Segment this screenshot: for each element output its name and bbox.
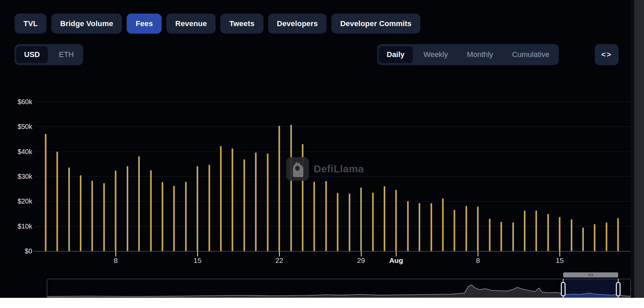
y-axis-label: $20k — [2, 197, 32, 205]
fee-bar-jul-8 — [115, 171, 116, 251]
x-tick-mark — [279, 251, 280, 256]
y-axis-label: $40k — [2, 148, 32, 155]
fee-bar-jul-23 — [290, 125, 292, 251]
navigator-right-handle[interactable] — [616, 282, 621, 296]
fee-bar-jul-31 — [384, 186, 385, 251]
defillama-chart-panel: TVLBridge VolumeFeesRevenueTweetsDevelop… — [0, 0, 644, 308]
fees-bar-chart[interactable]: $0$10k$20k$30k$40k$50k$60k8152229Aug815 — [0, 0, 644, 278]
fee-bar-jul-25 — [313, 182, 315, 251]
fee-bar-aug-6 — [454, 210, 455, 251]
fee-bar-jul-11 — [150, 170, 152, 251]
navigator-frame — [47, 279, 631, 298]
fee-bar-jul-20 — [255, 153, 257, 251]
y-axis-label: $10k — [2, 222, 32, 230]
fee-bar-jul-3 — [56, 152, 58, 251]
fee-bar-aug-7 — [465, 206, 467, 251]
fee-bar-aug-19 — [606, 223, 607, 251]
fee-bar-jul-9 — [127, 166, 128, 251]
fee-bar-jul-15 — [197, 166, 198, 251]
fee-bar-jul-26 — [325, 181, 327, 251]
fee-bar-jul-18 — [232, 149, 233, 251]
fee-bar-aug-14 — [547, 214, 549, 251]
gridline — [34, 226, 631, 227]
fee-bar-aug-1 — [395, 190, 397, 251]
x-axis-label: 22 — [275, 256, 283, 265]
x-tick-mark — [115, 251, 116, 256]
x-tick-mark — [197, 251, 198, 256]
scrollbar-grip-icon — [589, 274, 589, 276]
fee-bar-jul-28 — [349, 194, 350, 251]
fee-bar-aug-11 — [512, 223, 514, 251]
x-axis-label: 29 — [357, 256, 365, 265]
fee-bar-jul-21 — [267, 154, 269, 251]
fee-bar-aug-8 — [477, 207, 479, 251]
fee-bar-jul-27 — [337, 193, 338, 251]
fee-bar-jul-7 — [103, 183, 105, 251]
x-tick-mark — [478, 251, 478, 256]
navigator-scrollbar[interactable] — [563, 272, 618, 277]
page-background-strip — [0, 298, 644, 308]
x-tick-mark — [361, 251, 362, 256]
gridline — [34, 201, 631, 201]
page-scroll-gutter[interactable] — [634, 0, 644, 298]
x-axis-label: 8 — [476, 256, 480, 265]
y-axis-label: $60k — [2, 98, 32, 106]
fee-bar-jul-13 — [173, 186, 175, 251]
fee-bar-aug-5 — [442, 198, 444, 251]
watermark-brand-text: DefiLlama — [314, 163, 364, 175]
fee-bar-aug-18 — [594, 224, 595, 251]
fee-bar-aug-13 — [535, 211, 537, 251]
fee-bar-jul-22 — [278, 126, 280, 251]
fee-bar-jul-2 — [45, 134, 47, 251]
fee-bar-aug-17 — [582, 228, 584, 251]
scrollbar-grip-icon — [590, 274, 591, 276]
defillama-watermark: DefiLlama — [286, 157, 364, 181]
gridline — [34, 152, 631, 152]
fee-bar-aug-20 — [617, 218, 619, 251]
fee-bar-aug-16 — [571, 219, 572, 251]
y-axis-label: $0 — [2, 247, 32, 255]
scrollbar-grip-icon — [592, 274, 593, 276]
fee-bar-jul-12 — [162, 182, 163, 251]
x-axis-label: Aug — [389, 256, 403, 265]
fee-bar-aug-12 — [524, 211, 526, 251]
fee-bar-jul-16 — [208, 165, 210, 251]
fee-bar-aug-3 — [419, 203, 420, 251]
x-axis-label: 8 — [114, 256, 118, 265]
x-tick-mark — [559, 251, 560, 256]
fee-bar-jul-17 — [220, 146, 222, 251]
panel-right-edge — [631, 0, 634, 298]
fee-bar-jul-5 — [80, 175, 81, 251]
x-tick-mark — [396, 251, 397, 256]
y-axis-label: $50k — [2, 123, 32, 131]
x-axis-label: 15 — [194, 256, 201, 265]
fee-bar-aug-2 — [407, 201, 409, 251]
fee-bar-aug-4 — [430, 203, 432, 251]
fee-bar-aug-9 — [489, 219, 491, 251]
fee-bar-aug-15 — [559, 217, 560, 251]
x-axis-label: 15 — [556, 256, 564, 265]
fee-bar-jul-30 — [372, 193, 374, 251]
fee-bar-jul-19 — [243, 159, 245, 251]
defillama-llama-logo-icon — [286, 157, 309, 181]
fee-bar-jul-14 — [185, 182, 187, 251]
fee-bar-jul-6 — [91, 181, 93, 251]
gridline — [34, 127, 631, 127]
fee-bar-jul-29 — [360, 188, 362, 251]
fee-bar-aug-10 — [500, 222, 502, 251]
gridline — [34, 251, 631, 252]
navigator-left-handle[interactable] — [561, 282, 566, 296]
gridline — [34, 102, 631, 102]
fee-bar-jul-4 — [68, 168, 70, 251]
y-axis-label: $30k — [2, 173, 32, 180]
fee-bar-jul-10 — [138, 156, 140, 251]
